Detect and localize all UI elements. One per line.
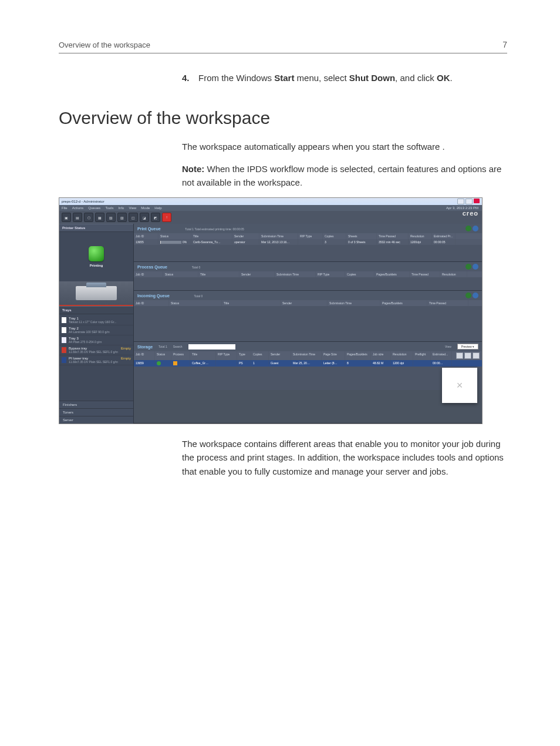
menu-item[interactable]: Queues — [88, 206, 100, 210]
col-header[interactable]: Preflight — [413, 351, 431, 360]
col-header[interactable]: Sheets — [346, 233, 377, 239]
minimize-icon[interactable] — [457, 199, 464, 204]
process-queue-meta: Total 0 — [192, 266, 201, 269]
tray-swatch-icon — [62, 347, 66, 353]
col-header[interactable]: Time Passed — [377, 233, 409, 239]
cell: Letter (8… — [322, 360, 345, 367]
menu-item[interactable]: View — [129, 206, 136, 210]
col-header[interactable]: RIP Type — [216, 351, 237, 360]
col-header[interactable]: Job ID — [134, 351, 155, 360]
col-header[interactable]: Pages/Booklets — [375, 271, 410, 277]
col-header[interactable]: Copies — [345, 271, 375, 277]
col-header[interactable]: Title — [198, 271, 239, 277]
col-header[interactable]: Estimated... — [431, 351, 452, 360]
menu-item[interactable]: Tools — [105, 206, 113, 210]
tray-item[interactable]: Tray 3A4 Plain 275 0-254.0 g/m — [59, 335, 133, 345]
col-header[interactable]: Title — [222, 300, 281, 306]
col-header[interactable]: Resolution — [440, 271, 467, 277]
col-header[interactable]: Time Passed — [427, 300, 468, 306]
col-header[interactable]: Submission Time — [259, 233, 298, 239]
col-header[interactable]: Job size — [371, 351, 391, 360]
col-header[interactable]: Process — [171, 351, 190, 360]
toners-collapser[interactable]: Toners — [59, 408, 133, 416]
col-header[interactable]: Status — [163, 271, 198, 277]
cell — [413, 360, 431, 367]
toolbar-button[interactable]: ◩ — [151, 213, 160, 222]
col-header[interactable]: Sender — [281, 300, 328, 306]
pause-icon[interactable] — [473, 293, 478, 298]
col-header[interactable]: Job ID — [134, 233, 158, 239]
col-header[interactable]: Status — [158, 233, 191, 239]
toolbar-button[interactable]: ▣ — [62, 213, 71, 222]
col-header[interactable]: Sender — [239, 271, 275, 277]
play-icon[interactable] — [465, 226, 471, 231]
col-header[interactable]: Submission Time — [328, 300, 380, 306]
col-header[interactable]: Job ID — [134, 271, 163, 277]
col-header[interactable]: Title — [190, 351, 216, 360]
tray-item[interactable]: Tray 2A4 Laminate 100 SEF 90.0 g/m — [59, 325, 133, 335]
toolbar-button[interactable]: ⬡ — [84, 213, 93, 222]
storage-row[interactable]: 13659 Coffee_Gr… PS 1 Guest Mar 25, 20… … — [134, 360, 482, 367]
step-4: 4. From the Windows Start menu, select S… — [182, 71, 507, 85]
toolbar-button[interactable]: ! — [162, 213, 171, 222]
col-header[interactable]: Title — [191, 233, 232, 239]
finishers-collapser[interactable]: Finishers — [59, 401, 133, 408]
status-dot-icon — [157, 361, 161, 365]
search-input[interactable] — [188, 344, 235, 350]
cell — [216, 360, 237, 367]
step-text: menu, select — [294, 73, 349, 83]
menu-item[interactable]: File — [62, 206, 68, 210]
page-number: 7 — [502, 40, 507, 49]
col-header[interactable]: Sender — [232, 233, 259, 239]
col-header[interactable]: Submission Time — [275, 271, 316, 277]
menubar[interactable]: File Actions Queues Tools Info View Mode… — [59, 205, 482, 211]
col-header[interactable]: Status — [169, 300, 222, 306]
play-icon[interactable] — [465, 264, 471, 270]
col-header[interactable]: Job ID — [134, 300, 169, 306]
trays-title[interactable]: Trays — [59, 306, 133, 314]
col-header[interactable]: Sender — [269, 351, 291, 360]
tray-item[interactable]: Tray 1Tabloid 11 x 17" Color copy 160 Gr… — [59, 315, 133, 325]
tray-detail: Tabloid 11 x 17" Color copy 160 Gr... — [69, 320, 116, 324]
col-header[interactable]: Pages/Booklets — [380, 300, 427, 306]
server-collapser[interactable]: Server — [59, 416, 133, 424]
col-header[interactable]: Time Passed — [410, 271, 440, 277]
col-header[interactable]: Estimated Pr... — [432, 233, 456, 239]
col-header[interactable]: Copies — [251, 351, 269, 360]
pause-icon[interactable] — [473, 264, 478, 270]
menu-item[interactable]: Info — [118, 206, 124, 210]
toolbar-button[interactable]: ◪ — [140, 213, 149, 222]
tray-item[interactable]: PI lower tray11.69x7.35 DV Plain SEL SEF… — [59, 355, 133, 365]
col-header[interactable]: RIP Type — [316, 271, 345, 277]
print-queue-row[interactable]: 13655 0% Carib-Savanna_Tu… operator Mar … — [134, 239, 482, 245]
menu-item[interactable]: Mode — [141, 206, 150, 210]
storage-paging[interactable] — [454, 351, 482, 360]
window-controls[interactable] — [457, 199, 480, 204]
play-icon[interactable] — [465, 293, 471, 298]
toolbar-button[interactable]: ▧ — [106, 213, 116, 222]
step-number: 4. — [182, 71, 198, 85]
toolbar-button[interactable]: ▦ — [95, 213, 104, 222]
close-icon[interactable] — [474, 199, 480, 203]
col-header[interactable]: Resolution — [409, 233, 432, 239]
preview-thumbnail[interactable]: × — [442, 368, 477, 403]
menu-item[interactable]: Actions — [72, 206, 84, 210]
col-header[interactable]: Pages/Booklets — [345, 351, 371, 360]
col-header[interactable]: Copies — [323, 233, 346, 239]
toolbar-button[interactable]: ▨ — [117, 213, 127, 222]
col-header[interactable]: Status — [155, 351, 171, 360]
toolbar-button[interactable]: ◫ — [129, 213, 138, 222]
menu-item[interactable]: Help — [154, 206, 161, 210]
col-header[interactable]: Type — [237, 351, 251, 360]
col-header[interactable]: RIP Type — [298, 233, 323, 239]
close-preview-icon[interactable]: × — [457, 379, 463, 392]
col-header[interactable]: Resolution — [391, 351, 413, 360]
toolbar-button[interactable]: ▤ — [73, 213, 82, 222]
maximize-icon[interactable] — [465, 199, 473, 204]
pause-icon[interactable] — [473, 226, 478, 231]
tray-item[interactable]: Bypass tray11.69x7.35 DV Plain SEL SEF1.… — [59, 345, 133, 355]
view-dropdown[interactable]: Preview ▾ — [457, 344, 478, 350]
col-header[interactable]: Page Size — [322, 351, 345, 360]
bold-start: Start — [274, 73, 294, 83]
col-header[interactable]: Submission Time — [291, 351, 322, 360]
